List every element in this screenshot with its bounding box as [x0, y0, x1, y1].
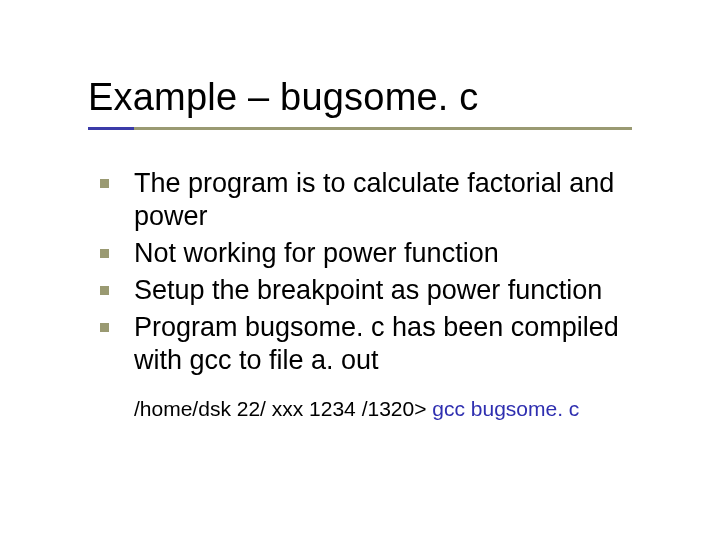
slide-title: Example – bugsome. c — [88, 76, 662, 119]
list-item: Not working for power function — [100, 237, 662, 270]
list-item: The program is to calculate factorial an… — [100, 167, 662, 233]
bullet-text: Setup the breakpoint as power function — [134, 275, 602, 305]
slide: Example – bugsome. c The program is to c… — [0, 0, 720, 540]
command-prompt: /home/dsk 22/ xxx 1234 /1320> — [134, 397, 432, 420]
list-item: Setup the breakpoint as power function — [100, 274, 662, 307]
underline-long — [88, 127, 632, 130]
bullet-text: Program bugsome. c has been compiled wit… — [134, 312, 619, 375]
bullet-text: Not working for power function — [134, 238, 499, 268]
list-item: Program bugsome. c has been compiled wit… — [100, 311, 662, 377]
title-underline — [88, 127, 662, 133]
command-line: /home/dsk 22/ xxx 1234 /1320> gcc bugsom… — [88, 397, 662, 421]
command-text: gcc bugsome. c — [432, 397, 579, 420]
underline-accent — [88, 127, 134, 130]
bullet-text: The program is to calculate factorial an… — [134, 168, 614, 231]
bullet-list: The program is to calculate factorial an… — [88, 167, 662, 377]
